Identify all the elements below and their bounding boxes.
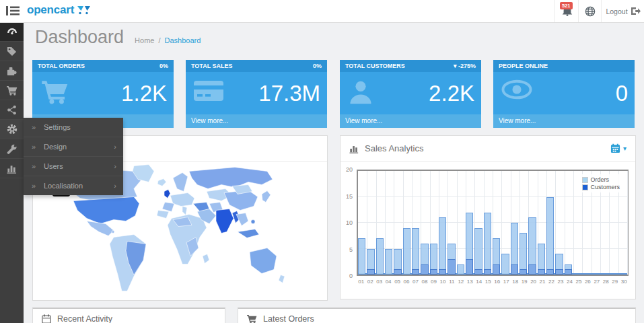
sidebar-item-tools[interactable] [0, 139, 24, 159]
wrench-icon [7, 144, 17, 154]
breadcrumb-current[interactable]: Dashboard [165, 36, 201, 44]
bar-customers-11 [448, 259, 455, 275]
recent-activity-panel: Recent Activity [32, 308, 225, 323]
bar-chart-icon [7, 164, 17, 174]
globe-icon [585, 6, 596, 17]
double-chevron-icon: » [32, 137, 36, 156]
cart-icon [7, 85, 17, 96]
bar-customers-14 [474, 269, 482, 275]
caret-down-icon: ▾ [623, 145, 627, 152]
sidebar [0, 22, 24, 323]
panel-title: Latest Orders [263, 314, 314, 323]
tile-total-customers: TOTAL CUSTOMERS▾ -275% 2.2K View more... [340, 60, 481, 128]
person-icon [348, 79, 373, 105]
chevron-right-icon: › [114, 157, 116, 176]
sidebar-item-sales[interactable] [0, 81, 24, 100]
bar-chart-icon [349, 144, 359, 153]
bar-customers-15 [484, 269, 491, 275]
menu-item-localisation[interactable]: » Localisation › [24, 176, 123, 195]
page-heading: Dashboard Home / Dashboard [35, 27, 201, 48]
breadcrumb-home[interactable]: Home [135, 36, 154, 44]
sidebar-item-reports[interactable] [0, 159, 24, 178]
bar-orders-22 [546, 197, 554, 275]
eye-icon [501, 79, 532, 100]
bar-customers-23 [555, 269, 563, 275]
calendar-icon [42, 314, 51, 323]
tile-label: TOTAL SALES [191, 63, 233, 69]
view-more-link[interactable]: View more... [493, 114, 635, 128]
bar-customers-16 [493, 264, 500, 275]
latest-orders-panel: Latest Orders [238, 308, 636, 323]
opencart-logo[interactable]: opencart [27, 3, 92, 17]
tile-change: 0% [313, 63, 322, 69]
speedometer-icon [7, 27, 17, 36]
cart-icon [40, 79, 70, 104]
bar-customers-02 [367, 269, 374, 275]
puzzle-icon [7, 66, 17, 76]
bar-customers-13 [466, 259, 473, 275]
sidebar-item-catalog[interactable] [0, 42, 24, 61]
bar-orders-06 [403, 228, 410, 275]
sidebar-item-system[interactable] [0, 120, 24, 139]
top-bar: opencart 521 [0, 0, 644, 23]
legend-swatch-orders [582, 177, 588, 183]
view-more-link[interactable]: View more... [186, 114, 327, 128]
double-chevron-icon: » [32, 176, 36, 195]
stores-button[interactable] [578, 0, 602, 22]
sales-chart-ylabels: 05101520 [341, 170, 354, 276]
opencart-admin-dashboard: opencart 521 [0, 0, 644, 323]
share-icon [7, 105, 17, 115]
tile-change: ▾ -275% [454, 63, 476, 69]
bar-customers-18 [511, 264, 518, 275]
bar-customers-21 [538, 269, 545, 275]
bar-customers-24 [565, 269, 572, 275]
sales-analytics-header: Sales Analytics ▾ [341, 136, 635, 162]
sales-analytics-panel: Sales Analytics ▾ 05101520 OrdersCustome… [340, 135, 636, 299]
bar-orders-01 [358, 238, 365, 275]
view-more-link[interactable]: View more... [340, 114, 481, 128]
notifications-button[interactable]: 521 [554, 0, 579, 22]
page-title: Dashboard [35, 27, 124, 48]
menu-toggle-icon[interactable] [6, 5, 20, 16]
panel-title: Recent Activity [57, 314, 112, 323]
menu-item-settings[interactable]: » Settings [24, 118, 123, 137]
sales-chart-legend: OrdersCustomers [579, 174, 622, 192]
bar-orders-07 [412, 228, 419, 275]
menu-item-design[interactable]: » Design › [24, 137, 123, 156]
date-range-button[interactable]: ▾ [610, 143, 627, 153]
chevron-right-icon: › [114, 137, 116, 156]
tile-value: 17.3M [258, 81, 320, 106]
sales-chart-plot: OrdersCustomers [357, 170, 629, 276]
tile-value: 2.2K [429, 81, 474, 106]
legend-swatch-customers [582, 184, 588, 190]
bar-orders-15 [484, 213, 491, 275]
bar-orders-17 [501, 254, 509, 275]
logo-text: opencart [27, 3, 74, 17]
cart-icon [247, 314, 257, 323]
menu-item-users[interactable]: » Users › [24, 156, 123, 176]
bar-orders-19 [520, 233, 527, 275]
bar-customers-07 [412, 269, 419, 275]
legend-label-customers: Customers [590, 184, 620, 190]
bar-orders-04 [385, 249, 392, 275]
logout-button[interactable]: Logout [601, 0, 644, 22]
tile-total-sales: TOTAL SALES0% 17.3M View more... [186, 60, 327, 128]
tile-label: PEOPLE ONLINE [499, 63, 548, 69]
bar-orders-10 [439, 217, 446, 275]
sidebar-item-extensions[interactable] [0, 61, 24, 81]
bar-customers-08 [421, 264, 428, 275]
system-flyout-menu: » Settings » Design › » Users › » Locali… [24, 118, 123, 195]
legend-label-orders: Orders [590, 176, 609, 183]
double-chevron-icon: » [32, 157, 36, 176]
tile-value: 1.2K [121, 81, 167, 106]
sidebar-item-dashboard[interactable] [0, 22, 24, 42]
gear-icon [7, 124, 17, 135]
tag-icon [7, 46, 17, 57]
bar-customers-05 [394, 269, 401, 275]
bar-customers-19 [520, 269, 527, 275]
bar-customers-20 [528, 264, 536, 275]
recent-activity-header: Recent Activity [33, 309, 225, 323]
breadcrumb-separator: / [158, 36, 160, 44]
sidebar-item-marketing[interactable] [0, 100, 24, 120]
tile-people-online: PEOPLE ONLINE 0 View more... [493, 60, 635, 128]
